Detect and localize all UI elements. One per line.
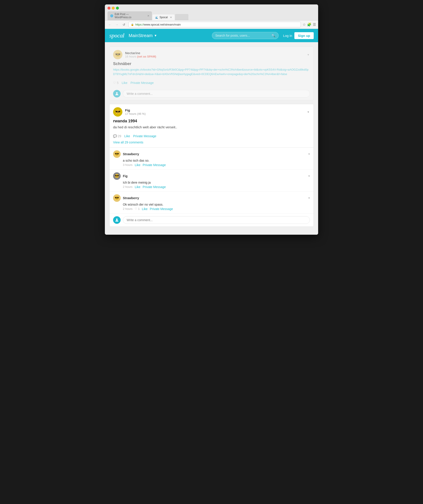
comment-fig-pm-button[interactable]: Private Message [143, 185, 166, 189]
view-all-comments-link[interactable]: View all 29 comments [110, 141, 313, 147]
rwanda-post-comments-count: 💬 29 [113, 134, 121, 138]
comment-strawberry2-pm-button[interactable]: Private Message [150, 207, 173, 211]
tab-spocal[interactable]: 🌊 Spocal ✕ [152, 14, 175, 20]
login-button[interactable]: Log in [283, 34, 292, 37]
svg-point-0 [116, 92, 118, 94]
tab-wordpress-label: Edit Post — WordPress.co [115, 13, 145, 19]
comments-section: 😎 Strawberry ▾ a scho isch das so. 3 hou… [110, 147, 313, 214]
comment-fig-chevron-icon[interactable]: ▾ [308, 174, 310, 178]
strawberry-comment-avatar: 😎 [113, 150, 121, 158]
maximize-button[interactable] [116, 7, 119, 10]
reload-icon: ↺ [123, 23, 125, 26]
comment-strawberry-pm-button[interactable]: Private Message [143, 163, 166, 167]
reload-button[interactable]: ↺ [121, 22, 127, 27]
spocal-tab-icon: 🌊 [155, 16, 158, 19]
spam-badge: (set as SPAM) [137, 55, 156, 58]
header-buttons: Log in Sign up [283, 32, 314, 39]
comment-strawberry2-username: Strawberry [123, 196, 306, 200]
comment-strawberry2-meta: Strawberry [123, 196, 306, 200]
spam-comment-input[interactable] [123, 90, 310, 97]
spam-post-likes: ♡ 5 [113, 81, 119, 84]
strawberry2-avatar-emoji: 😎 [115, 196, 119, 200]
strawberry-avatar-emoji: 😎 [115, 152, 119, 156]
stream-name: MainStream [129, 33, 153, 38]
spam-comment-input-area [110, 87, 313, 100]
forward-button[interactable]: → [114, 22, 120, 27]
rwanda-post-like-button[interactable]: Like [124, 134, 130, 138]
rwanda-post-meta: Fig 17 hours (46 %) [125, 108, 304, 115]
heart2-icon: ♡ [135, 207, 137, 210]
comment-strawberry2-body: Ok wünsch der no viel spass. [113, 203, 310, 206]
rwanda-comment-avatar [113, 216, 121, 224]
comment-strawberry2-like-button[interactable]: Like [142, 207, 148, 211]
comment-fig-meta: Fig [123, 174, 306, 178]
comment-item: 😎 Strawberry ▾ a scho isch das so. 3 hou… [110, 148, 313, 170]
comment-fig-time: 2 hours [123, 185, 132, 188]
comment-strawberry2-likes: ♡ 1 [135, 207, 140, 210]
rwanda-post-title: rwanda 1994 [113, 119, 310, 123]
spam-post-like-button[interactable]: Like [122, 81, 128, 84]
comment-strawberry2-time: 2 hours [123, 207, 132, 210]
browser-window: 🌐 Edit Post — WordPress.co ✕ 🌊 Spocal ✕ … [105, 5, 318, 235]
rwanda-post-actions: 💬 29 Like Private Message [110, 134, 313, 141]
user2-icon [115, 218, 119, 222]
comment-strawberry-header: 😎 Strawberry ▾ [113, 150, 310, 158]
rwanda-post-body: rwanda 1994 da hed di reschtlich welt ab… [110, 119, 313, 134]
browser-controls [108, 7, 315, 10]
minimize-button[interactable] [112, 7, 115, 10]
tab-wordpress-close[interactable]: ✕ [147, 14, 149, 17]
content-area: 😎 Nectarine 16 hours (set as SPAM) ▾ Sch… [105, 42, 318, 235]
rwanda-post-username: Fig [125, 108, 304, 112]
spam-post-actions: ♡ 5 Like Private Message [110, 81, 313, 87]
spam-post-meta: Nectarine 16 hours (set as SPAM) [125, 51, 304, 58]
browser-navbar: ← → ↺ 🔒 https://www.spocal.net/stream/ma… [105, 20, 318, 29]
comment-fig-like-button[interactable]: Like [135, 185, 141, 189]
comment-fig-body: Ich bi dere meinig ja [113, 181, 310, 184]
close-button[interactable] [108, 7, 110, 10]
comment-icon: 💬 [113, 134, 117, 138]
signup-button[interactable]: Sign up [294, 32, 314, 39]
rwanda-post-pm-button[interactable]: Private Message [133, 134, 156, 138]
back-button[interactable]: ← [107, 22, 112, 27]
url-display: https://www.spocal.net/stream/main [135, 23, 181, 26]
logo-text: spocal [109, 32, 124, 39]
rwanda-post-header: 😎 Fig 17 hours (46 %) ▾ [110, 104, 313, 119]
address-bar[interactable]: 🔒 https://www.spocal.net/stream/main [129, 22, 301, 27]
fig-comment-avatar: 😎 [113, 172, 121, 180]
comment-item: 😎 Strawberry ▾ Ok wünsch der no viel spa… [110, 192, 313, 214]
stream-selector[interactable]: MainStream ▼ [129, 33, 157, 38]
nectarine-avatar-img: 😎 [113, 50, 123, 59]
spam-post-link[interactable]: https://books.google.ch/books?id=GNqSs4z… [113, 67, 310, 76]
spam-post-pm-button[interactable]: Private Message [130, 81, 153, 84]
comment-strawberry-time: 3 hours [123, 163, 132, 167]
fig-avatar: 😎 [113, 107, 123, 117]
spam-post-body: Schnäber https://books.google.ch/books?i… [110, 61, 313, 81]
app-container: spocal MainStream ▼ 🔍 Log in Sign up � [105, 29, 318, 235]
spam-post-chevron-icon[interactable]: ▾ [307, 52, 310, 57]
rwanda-comment-input[interactable] [123, 216, 310, 224]
tab-spocal-close[interactable]: ✕ [170, 16, 172, 19]
new-tab-area[interactable] [175, 14, 188, 20]
bookmark-icon[interactable]: ☆ [303, 22, 306, 27]
lock-icon: 🔒 [131, 23, 134, 26]
browser-titlebar: 🌐 Edit Post — WordPress.co ✕ 🌊 Spocal ✕ [105, 5, 318, 20]
tab-wordpress[interactable]: 🌐 Edit Post — WordPress.co ✕ [108, 11, 152, 20]
spam-post-username: Nectarine [125, 51, 304, 55]
rwanda-post-chevron-icon[interactable]: ▾ [307, 109, 310, 114]
menu-icon[interactable]: ☰ [313, 22, 316, 27]
fig-avatar-emoji: 😎 [115, 174, 119, 178]
comment-item: 😎 Fig ▾ Ich bi dere meinig ja 2 hours Li… [110, 170, 313, 192]
stream-chevron-icon: ▼ [154, 34, 157, 37]
search-input[interactable] [215, 34, 270, 37]
comment-strawberry2-chevron-icon[interactable]: ▾ [308, 196, 310, 200]
app-header: spocal MainStream ▼ 🔍 Log in Sign up [105, 29, 318, 42]
comment-strawberry-chevron-icon[interactable]: ▾ [308, 152, 310, 156]
extension-icon[interactable]: 🧩 [307, 22, 312, 27]
comment-fig-username: Fig [123, 174, 306, 178]
strawberry2-comment-avatar: 😎 [113, 194, 121, 202]
comment-strawberry-meta: Strawberry [123, 152, 306, 156]
heart-icon: ♡ [113, 81, 116, 84]
browser-tabs: 🌐 Edit Post — WordPress.co ✕ 🌊 Spocal ✕ [108, 11, 315, 20]
comment-strawberry-like-button[interactable]: Like [135, 163, 141, 167]
back-icon: ← [108, 23, 111, 26]
